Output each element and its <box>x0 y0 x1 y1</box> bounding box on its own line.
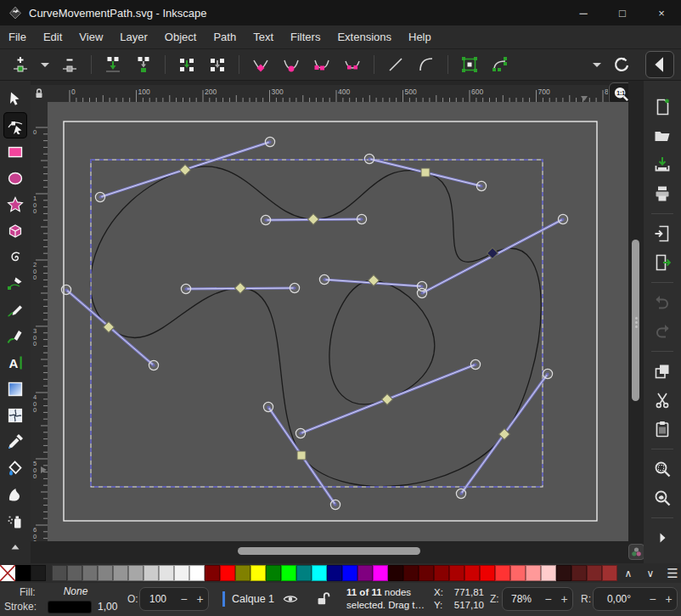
palette-swatch[interactable] <box>312 565 327 581</box>
show-transform-handles-button[interactable] <box>609 52 634 77</box>
vertical-ruler[interactable]: 0100200300400500600 <box>31 102 48 541</box>
snap-bar-collapse-button[interactable] <box>645 51 674 78</box>
menu-layer[interactable]: Layer <box>111 25 156 49</box>
zoom-spinner[interactable]: 78% − + <box>502 587 573 611</box>
palette-swatch[interactable] <box>449 565 464 581</box>
ellipse-tool[interactable] <box>3 165 27 191</box>
toolbar-overflow-menu[interactable] <box>588 52 605 77</box>
opacity-plus-button[interactable]: + <box>192 592 208 606</box>
break-path-button[interactable] <box>100 52 126 77</box>
palette-swatch[interactable] <box>67 565 82 581</box>
palette-swatch[interactable] <box>205 565 220 581</box>
make-symmetric-node-button[interactable] <box>309 52 335 77</box>
palette-swatch[interactable] <box>82 565 98 581</box>
zoom-selection-button[interactable] <box>650 456 675 482</box>
print-document-button[interactable] <box>650 181 675 206</box>
palette-swatch[interactable] <box>464 565 480 581</box>
palette-swatch[interactable] <box>587 565 602 581</box>
redo-button[interactable] <box>650 319 675 344</box>
make-line-segment-button[interactable] <box>383 52 408 77</box>
palette-swatch[interactable] <box>342 565 357 581</box>
rotation-spinner[interactable]: 0,00° − + <box>593 587 678 611</box>
current-layer-name[interactable]: Calque 1 <box>232 593 274 605</box>
menu-edit[interactable]: Edit <box>35 25 70 49</box>
cut-button[interactable] <box>650 387 675 413</box>
delete-segment-button[interactable] <box>205 52 230 77</box>
import-button[interactable] <box>650 221 675 246</box>
mesh-tool[interactable] <box>3 402 27 428</box>
palette-swatch[interactable] <box>52 565 67 581</box>
undo-button[interactable] <box>650 290 675 315</box>
palette-swatch[interactable] <box>128 565 144 581</box>
stroke-to-path-button[interactable] <box>487 52 513 77</box>
star-tool[interactable] <box>3 191 27 218</box>
gradient-tool[interactable] <box>3 376 27 402</box>
palette-swatch[interactable] <box>113 565 128 581</box>
palette-swatch[interactable] <box>31 565 46 581</box>
insert-node-button[interactable] <box>8 52 33 77</box>
delete-node-button[interactable] <box>57 52 82 77</box>
text-tool[interactable]: A <box>3 349 27 376</box>
layer-lock-toggle[interactable] <box>312 589 333 609</box>
opacity-minus-button[interactable]: − <box>176 592 192 606</box>
palette-swatch[interactable] <box>419 565 434 581</box>
opacity-value[interactable]: 100 <box>140 593 176 605</box>
node-tool[interactable] <box>3 112 27 138</box>
close-button[interactable]: × <box>642 0 681 25</box>
palette-swatch[interactable] <box>144 565 159 581</box>
stroke-width-value[interactable]: 1,00 <box>98 601 117 613</box>
palette-swatch[interactable] <box>541 565 556 581</box>
rotation-minus-button[interactable]: − <box>644 592 661 606</box>
zoom-drawing-button[interactable] <box>650 485 675 511</box>
horizontal-ruler[interactable]: 0100200300400500600700800 <box>48 85 608 102</box>
pen-tool[interactable] <box>3 270 27 297</box>
export-button[interactable] <box>650 250 675 275</box>
opacity-spinner[interactable]: 100 − + <box>139 587 209 611</box>
menu-object[interactable]: Object <box>156 25 205 49</box>
palette-swatch-none[interactable] <box>0 565 15 581</box>
spray-tool[interactable] <box>3 507 27 534</box>
palette-swatch[interactable] <box>556 565 571 581</box>
object-to-path-button[interactable] <box>457 52 482 77</box>
palette-swatch[interactable] <box>403 565 419 581</box>
palette-swatch[interactable] <box>495 565 510 581</box>
palette-swatch[interactable] <box>250 565 266 581</box>
rectangle-tool[interactable] <box>3 138 27 165</box>
minimize-button[interactable]: ─ <box>564 0 603 25</box>
pencil-tool[interactable] <box>3 297 27 323</box>
new-document-button[interactable] <box>650 94 675 120</box>
menu-text[interactable]: Text <box>245 25 282 49</box>
join-nodes-button[interactable] <box>131 52 156 77</box>
palette-swatch[interactable] <box>373 565 388 581</box>
zoom-minus-button[interactable]: − <box>540 592 556 606</box>
palette-swatch[interactable] <box>174 565 189 581</box>
dropper-tool[interactable] <box>3 428 27 455</box>
maximize-button[interactable]: □ <box>603 0 642 25</box>
palette-swatch[interactable] <box>281 565 296 581</box>
palette-scroll-up[interactable]: ∧ <box>617 564 639 583</box>
palette-swatch[interactable] <box>510 565 526 581</box>
palette-swatch[interactable] <box>189 565 205 581</box>
color-managed-view-toggle[interactable] <box>628 544 644 560</box>
palette-swatch[interactable] <box>220 565 235 581</box>
selector-tool[interactable] <box>3 86 27 112</box>
menu-filters[interactable]: Filters <box>282 25 329 49</box>
rotation-value[interactable]: 0,00° <box>594 593 644 605</box>
palette-swatch[interactable] <box>15 565 31 581</box>
toolbox-overflow[interactable] <box>3 534 27 560</box>
palette-swatch[interactable] <box>480 565 495 581</box>
palette-swatch[interactable] <box>327 565 342 581</box>
palette-swatch[interactable] <box>235 565 250 581</box>
palette-swatch[interactable] <box>526 565 541 581</box>
menu-path[interactable]: Path <box>205 25 245 49</box>
drawing-canvas[interactable] <box>48 102 628 541</box>
palette-swatch[interactable] <box>296 565 312 581</box>
dock-resize-handle[interactable] <box>633 315 639 331</box>
zoom-value[interactable]: 78% <box>503 593 540 605</box>
zoom-plus-button[interactable]: + <box>556 592 572 606</box>
make-curve-segment-button[interactable] <box>414 52 439 77</box>
palette-swatch[interactable] <box>357 565 373 581</box>
commands-expand-button[interactable] <box>650 525 675 551</box>
spiral-tool[interactable] <box>3 244 27 270</box>
guide-lock-toggle[interactable] <box>31 85 48 102</box>
